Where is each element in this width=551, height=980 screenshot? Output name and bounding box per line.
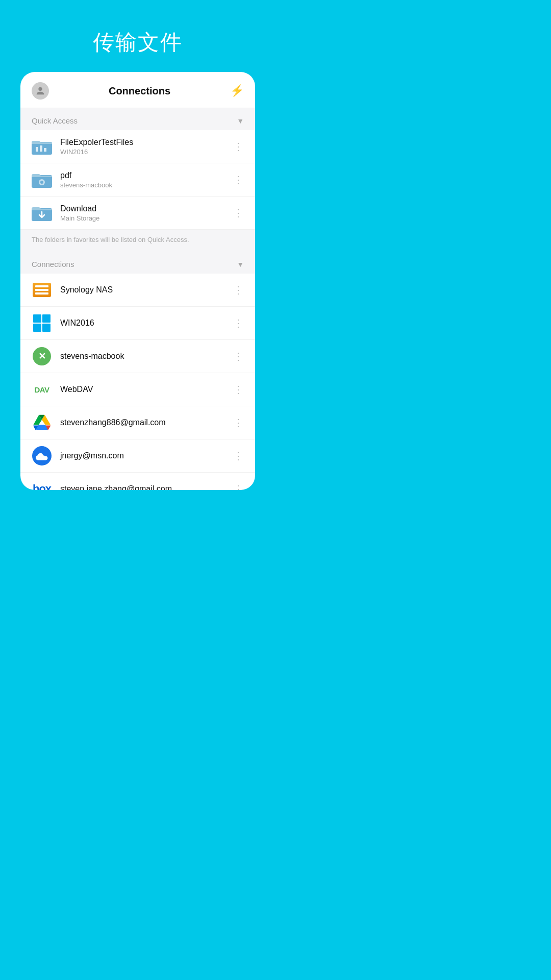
quick-access-item-2-sub: Main Storage [60, 214, 229, 222]
connections-label: Connections [32, 260, 74, 268]
avatar-icon[interactable] [32, 82, 49, 100]
webdav-icon: DAV [32, 379, 52, 400]
connection-item-2-more[interactable]: ⋮ [229, 350, 244, 362]
header-title: Connections [109, 85, 170, 97]
quick-access-item-0-more[interactable]: ⋮ [229, 140, 244, 153]
connection-item-4[interactable]: stevenzhang886@gmail.com ⋮ [20, 406, 255, 439]
svg-rect-3 [36, 147, 38, 152]
connection-item-0-more[interactable]: ⋮ [229, 284, 244, 296]
connection-item-4-name: stevenzhang886@gmail.com [60, 418, 229, 427]
connection-item-1-name: WIN2016 [60, 318, 229, 328]
quick-access-chevron: ▼ [237, 117, 244, 125]
connection-item-1-more[interactable]: ⋮ [229, 317, 244, 329]
gdrive-icon [32, 412, 52, 433]
windows-icon [32, 313, 52, 333]
connection-item-6-text: steven.jane.zhang@gmail.com [60, 484, 229, 490]
quick-access-item-2[interactable]: Download Main Storage ⋮ [20, 197, 255, 230]
synology-icon [32, 280, 52, 300]
quick-access-item-0-name: FileExpolerTestFiles [60, 138, 229, 147]
quick-access-item-1[interactable]: pdf stevens-macbook ⋮ [20, 163, 255, 197]
quick-access-item-1-more[interactable]: ⋮ [229, 174, 244, 186]
connection-item-3[interactable]: DAV WebDAV ⋮ [20, 373, 255, 406]
quick-access-hint: The folders in favorites will be listed … [20, 230, 255, 252]
connection-item-1-text: WIN2016 [60, 318, 229, 328]
connection-item-0-text: Synology NAS [60, 285, 229, 295]
svg-point-8 [40, 181, 43, 184]
connection-item-6-name: steven.jane.zhang@gmail.com [60, 484, 229, 490]
svg-rect-4 [40, 145, 42, 152]
quick-access-label: Quick Access [32, 116, 78, 125]
onedrive-icon [32, 446, 52, 466]
connection-item-6-more[interactable]: ⋮ [229, 483, 244, 490]
connections-chevron: ▼ [237, 260, 244, 268]
connection-item-4-text: stevenzhang886@gmail.com [60, 418, 229, 427]
connection-item-3-more[interactable]: ⋮ [229, 383, 244, 396]
svg-rect-5 [44, 148, 46, 152]
connection-item-2-name: stevens-macbook [60, 352, 229, 361]
card-header: Connections ⚡ [20, 72, 255, 108]
quick-access-item-2-name: Download [60, 204, 229, 213]
connection-item-3-text: WebDAV [60, 385, 229, 394]
connections-section-header[interactable]: Connections ▼ [20, 252, 255, 274]
quick-access-item-1-sub: stevens-macbook [60, 181, 229, 189]
connection-item-6[interactable]: box steven.jane.zhang@gmail.com ⋮ [20, 473, 255, 490]
quick-access-item-0-text: FileExpolerTestFiles WIN2016 [60, 138, 229, 156]
page-title: 传输文件 [93, 28, 183, 57]
quick-access-item-1-text: pdf stevens-macbook [60, 171, 229, 189]
connection-item-5-text: jnergy@msn.com [60, 451, 229, 460]
connection-item-5-name: jnergy@msn.com [60, 451, 229, 460]
connection-item-2[interactable]: ✕ stevens-macbook ⋮ [20, 340, 255, 373]
quick-access-item-0[interactable]: FileExpolerTestFiles WIN2016 ⋮ [20, 130, 255, 163]
connection-item-5[interactable]: jnergy@msn.com ⋮ [20, 439, 255, 473]
folder-gear-icon [32, 169, 52, 190]
quick-access-item-0-sub: WIN2016 [60, 148, 229, 156]
quick-access-item-2-text: Download Main Storage [60, 204, 229, 222]
connection-item-1[interactable]: WIN2016 ⋮ [20, 307, 255, 340]
connection-item-4-more[interactable]: ⋮ [229, 416, 244, 429]
mac-icon: ✕ [32, 346, 52, 366]
connection-item-0[interactable]: Synology NAS ⋮ [20, 274, 255, 307]
connection-item-5-more[interactable]: ⋮ [229, 450, 244, 462]
quick-access-item-2-more[interactable]: ⋮ [229, 207, 244, 219]
lightning-icon[interactable]: ⚡ [230, 84, 244, 97]
box-icon: box [32, 479, 52, 490]
connection-item-0-name: Synology NAS [60, 285, 229, 295]
folder-download-icon [32, 203, 52, 223]
folder-chart-icon [32, 136, 52, 157]
connection-item-2-text: stevens-macbook [60, 352, 229, 361]
quick-access-section-header[interactable]: Quick Access ▼ [20, 108, 255, 130]
main-card: Connections ⚡ Quick Access ▼ FileExpoler… [20, 72, 255, 490]
quick-access-item-1-name: pdf [60, 171, 229, 180]
connection-item-3-name: WebDAV [60, 385, 229, 394]
svg-point-1 [38, 87, 42, 91]
